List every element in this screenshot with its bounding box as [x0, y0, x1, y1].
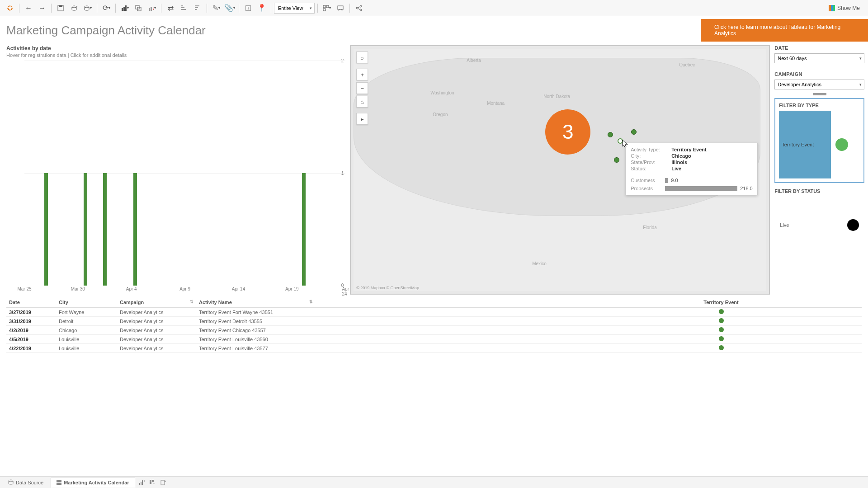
view-dropdown[interactable]: Entire View — [274, 3, 315, 14]
filter-campaign-select[interactable]: Developer Analytics — [774, 80, 864, 89]
new-worksheet-icon[interactable]: + — [137, 478, 146, 487]
tt-city: Chicago — [671, 153, 691, 159]
tt-status: Live — [671, 166, 681, 171]
row-dot-icon — [719, 309, 724, 314]
map-zoom-out-icon[interactable]: − — [356, 82, 368, 94]
map-label: Washington — [430, 90, 454, 95]
th-campaign[interactable]: Campaign⇅ — [117, 297, 196, 308]
map-cluster-bubble[interactable]: 3 — [545, 109, 590, 155]
filter-type-value: Territory Event — [782, 142, 814, 147]
filter-type-title: FILTER BY TYPE — [779, 103, 860, 108]
sort-asc-icon[interactable] — [178, 2, 190, 14]
activity-table: Date City Campaign⇅ Activity Name⇅ Terri… — [0, 295, 868, 353]
new-sheet-icon[interactable]: ▾ — [118, 2, 131, 14]
row-dot-icon — [719, 345, 724, 350]
resize-handle[interactable] — [813, 93, 826, 95]
th-date[interactable]: Date — [6, 297, 56, 308]
map-home-icon[interactable]: ⌂ — [356, 96, 368, 108]
share-icon[interactable] — [353, 2, 365, 14]
tab-active-label: Marketing Activity Calendar — [64, 480, 129, 485]
row-dot-icon — [719, 336, 724, 341]
show-cards-icon[interactable]: ▾ — [321, 2, 333, 14]
map-pan-icon[interactable]: ▸ — [356, 113, 368, 125]
bar[interactable] — [103, 173, 107, 286]
tt-prospects-val: 218.0 — [740, 186, 753, 191]
sort-desc-icon[interactable] — [191, 2, 204, 14]
svg-rect-31 — [139, 483, 140, 485]
barchart-title: Activities by date — [6, 45, 345, 52]
table-row[interactable]: 4/5/2019LouisvilleDeveloper AnalyticsTer… — [6, 335, 862, 344]
bar[interactable] — [302, 173, 306, 286]
map-controls: ⌕ + − ⌂ ▸ — [356, 52, 368, 125]
datasource-icon — [8, 479, 14, 486]
map-bubble-value: 3 — [562, 121, 573, 143]
labels-icon[interactable]: T — [242, 2, 255, 14]
barchart-subtitle: Hover for registrations data | Click for… — [6, 52, 345, 58]
table-row[interactable]: 3/31/2019DetroitDeveloper AnalyticsTerri… — [6, 317, 862, 326]
svg-rect-30 — [59, 483, 61, 485]
svg-rect-5 — [122, 8, 123, 11]
svg-rect-21 — [323, 9, 326, 11]
svg-text:+: + — [143, 479, 145, 483]
tt-prospects-label: Propsects — [631, 186, 662, 191]
new-story-icon[interactable]: + — [159, 478, 168, 487]
filter-type-box: FILTER BY TYPE Territory Event — [774, 98, 864, 183]
tt-status-label: Status: — [631, 166, 671, 171]
bar[interactable] — [133, 173, 137, 286]
filter-status-row[interactable]: Live — [774, 219, 864, 231]
clear-icon[interactable]: ✕▾ — [146, 2, 158, 14]
highlight-icon[interactable]: ✎▾ — [210, 2, 222, 14]
swap-icon[interactable]: ⇄ — [164, 2, 177, 14]
pause-icon[interactable]: ▾ — [81, 2, 94, 14]
map-search-icon[interactable]: ⌕ — [356, 52, 368, 63]
table-row[interactable]: 4/22/2019LouisvilleDeveloper AnalyticsTe… — [6, 344, 862, 353]
group-icon[interactable]: 📎▾ — [223, 2, 236, 14]
svg-rect-17 — [195, 7, 198, 8]
svg-rect-11 — [151, 7, 152, 11]
view-dropdown-label: Entire View — [278, 5, 303, 11]
save-icon[interactable] — [54, 2, 67, 14]
workbook-tabs: Data Source Marketing Activity Calendar … — [0, 476, 868, 488]
presentation-icon[interactable] — [334, 2, 347, 14]
th-territory[interactable]: Territory Event — [580, 297, 862, 308]
svg-rect-20 — [326, 5, 329, 8]
th-activity[interactable]: Activity Name⇅ — [196, 297, 580, 308]
tableau-logo-icon[interactable] — [4, 2, 16, 14]
svg-rect-18 — [195, 9, 197, 10]
toolbar: ← → + ▾ ⟳▾ ▾ ✕▾ ⇄ ✎▾ 📎▾ T 📍 Entire View … — [0, 0, 868, 16]
new-dashboard-icon[interactable]: + — [148, 478, 157, 487]
filter-status-value: Live — [780, 222, 789, 228]
forward-icon[interactable]: → — [36, 2, 48, 14]
table-row[interactable]: 4/2/2019ChicagoDeveloper AnalyticsTerrit… — [6, 326, 862, 335]
filter-date-select[interactable]: Next 60 days — [774, 53, 864, 63]
pin-icon[interactable]: 📍 — [255, 2, 268, 14]
svg-rect-7 — [125, 5, 127, 11]
svg-rect-22 — [338, 6, 343, 9]
th-city[interactable]: City — [56, 297, 117, 308]
activity-map[interactable]: Alberta Montana Mexico Florida North Dak… — [350, 45, 770, 295]
bar[interactable] — [44, 173, 48, 286]
svg-rect-1 — [59, 5, 62, 7]
tt-city-label: City: — [631, 153, 671, 159]
table-row[interactable]: 3/27/2019Fort WayneDeveloper AnalyticsTe… — [6, 308, 862, 317]
show-me-button[interactable]: Show Me — [824, 3, 864, 13]
barchart-plot[interactable]: 012Mar 25Mar 30Apr 4Apr 9Apr 14Apr 19Apr… — [6, 61, 345, 295]
bar[interactable] — [84, 173, 87, 286]
cta-banner[interactable]: Click here to learn more about Tableau f… — [701, 19, 868, 42]
duplicate-icon[interactable] — [132, 2, 145, 14]
map-label: Montana — [487, 101, 505, 106]
filter-type-swatch[interactable]: Territory Event — [779, 111, 831, 178]
back-icon[interactable]: ← — [22, 2, 35, 14]
tab-data-source[interactable]: Data Source — [3, 478, 49, 488]
map-zoom-in-icon[interactable]: + — [356, 69, 368, 80]
new-datasource-icon[interactable]: + — [68, 2, 80, 14]
cta-text: Click here to learn more about Tableau f… — [714, 24, 854, 37]
svg-rect-10 — [149, 8, 150, 11]
tt-state-label: State/Prov: — [631, 160, 671, 165]
separator — [51, 4, 52, 13]
refresh-icon[interactable]: ⟳▾ — [100, 2, 113, 14]
svg-text:+: + — [153, 482, 155, 485]
svg-point-23 — [356, 7, 358, 9]
tab-marketing-calendar[interactable]: Marketing Activity Calendar — [51, 478, 135, 488]
sort-icon: ⇅ — [190, 300, 193, 304]
